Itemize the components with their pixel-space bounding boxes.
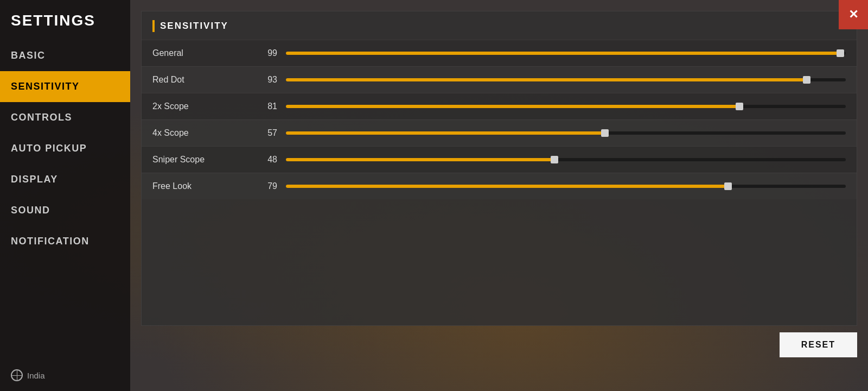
slider-container-1[interactable]	[286, 74, 846, 85]
section-header: SENSITIVITY	[142, 11, 857, 40]
slider-fill-3	[286, 131, 605, 135]
slider-label-2: 2x Scope	[152, 102, 250, 111]
settings-title: SETTINGS	[0, 0, 130, 40]
slider-fill-0	[286, 52, 840, 55]
slider-row: 4x Scope 57	[142, 119, 857, 146]
slider-fill-4	[286, 158, 554, 161]
slider-thumb-3[interactable]	[601, 129, 609, 137]
slider-label-4: Sniper Scope	[152, 155, 250, 165]
slider-fill-5	[286, 185, 728, 188]
sidebar-item-notification[interactable]: NOTIFICATION	[0, 226, 130, 257]
slider-fill-1	[286, 78, 807, 81]
slider-label-5: Free Look	[152, 181, 250, 191]
slider-row: 2x Scope 81	[142, 93, 857, 119]
slider-thumb-0[interactable]	[837, 49, 844, 57]
sidebar-item-display[interactable]: DISPLAY	[0, 164, 130, 195]
sidebar-item-sensitivity[interactable]: SENSITIVITY	[0, 71, 130, 102]
slider-row: Free Look 79	[142, 173, 857, 199]
slider-value-4: 48	[250, 155, 277, 165]
slider-track-3	[286, 131, 846, 135]
slider-track-5	[286, 185, 846, 188]
region-label: India	[27, 371, 45, 380]
slider-container-0[interactable]	[286, 48, 846, 59]
slider-track-1	[286, 78, 846, 81]
slider-row: Sniper Scope 48	[142, 146, 857, 173]
bottom-bar: RESET	[141, 326, 857, 357]
slider-container-3[interactable]	[286, 128, 846, 138]
slider-value-3: 57	[250, 128, 277, 138]
section-accent	[152, 20, 155, 32]
slider-track-2	[286, 105, 846, 108]
slider-value-2: 81	[250, 102, 277, 111]
main-content: SENSITIVITY General 99 Red Dot 93 2x	[130, 0, 868, 391]
sidebar-footer: India	[0, 360, 130, 391]
slider-row: General 99	[142, 40, 857, 66]
slider-label-1: Red Dot	[152, 75, 250, 85]
globe-icon	[11, 369, 23, 381]
slider-thumb-4[interactable]	[551, 156, 558, 163]
close-icon: ✕	[848, 8, 858, 22]
slider-label-3: 4x Scope	[152, 128, 250, 138]
slider-value-1: 93	[250, 75, 277, 85]
slider-container-2[interactable]	[286, 101, 846, 112]
sliders-container: General 99 Red Dot 93 2x Scope 81	[142, 40, 857, 199]
slider-fill-2	[286, 105, 739, 108]
reset-button[interactable]: RESET	[780, 332, 857, 357]
sidebar-item-controls[interactable]: CONTROLS	[0, 102, 130, 133]
slider-row: Red Dot 93	[142, 66, 857, 93]
slider-container-5[interactable]	[286, 181, 846, 192]
sidebar: SETTINGS BASIC SENSITIVITY CONTROLS AUTO…	[0, 0, 130, 391]
slider-track-0	[286, 52, 846, 55]
section-title: SENSITIVITY	[160, 21, 228, 31]
content-panel: SENSITIVITY General 99 Red Dot 93 2x	[141, 11, 857, 326]
sidebar-item-basic[interactable]: BASIC	[0, 40, 130, 71]
slider-label-0: General	[152, 48, 250, 58]
slider-value-5: 79	[250, 181, 277, 191]
slider-thumb-1[interactable]	[803, 76, 810, 84]
slider-value-0: 99	[250, 48, 277, 58]
slider-thumb-2[interactable]	[736, 103, 743, 110]
slider-track-4	[286, 158, 846, 161]
close-button[interactable]: ✕	[839, 0, 868, 29]
slider-container-4[interactable]	[286, 154, 846, 165]
sidebar-item-auto-pickup[interactable]: AUTO PICKUP	[0, 133, 130, 164]
slider-thumb-5[interactable]	[724, 182, 732, 190]
sidebar-item-sound[interactable]: SOUND	[0, 195, 130, 226]
